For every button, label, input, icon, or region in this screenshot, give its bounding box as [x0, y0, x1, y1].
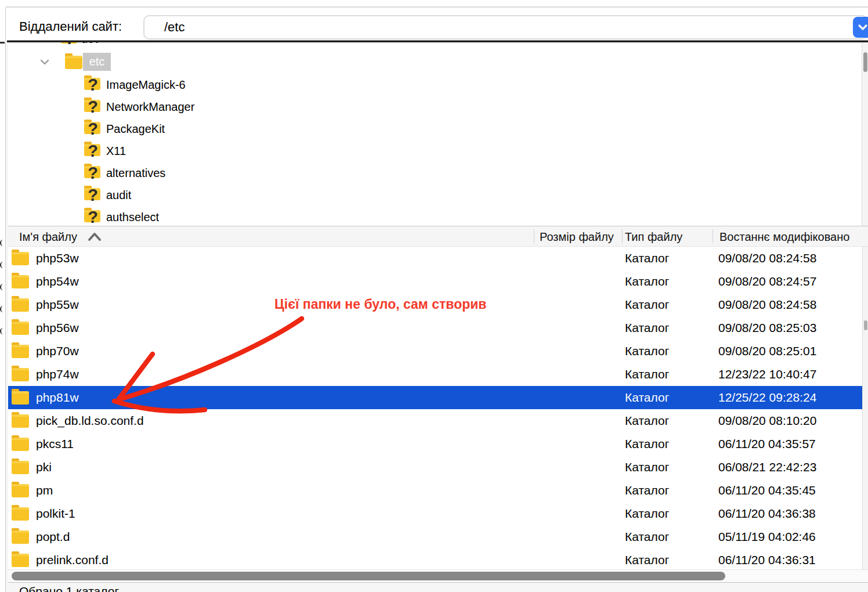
- cell-filetype: Каталог: [625, 507, 669, 521]
- cell-filetype: Каталог: [625, 344, 669, 358]
- list-scrollbar-thumb[interactable]: [864, 320, 867, 330]
- cell-modified: 09/08/20 08:10:20: [718, 414, 816, 428]
- cell-filetype: Каталог: [625, 460, 669, 474]
- folder-icon: [12, 438, 29, 451]
- file-rows: php53w Каталог 09/08/20 08:24:58 php54w …: [8, 247, 863, 569]
- tree-item[interactable]: ? alternatives: [8, 162, 862, 184]
- path-dropdown-button[interactable]: [853, 17, 868, 38]
- cell-filename: php53w: [36, 251, 79, 265]
- sort-ascending-icon[interactable]: [87, 232, 102, 245]
- cell-filename: php56w: [36, 321, 79, 335]
- cell-filename: pkcs11: [36, 437, 74, 451]
- cell-modified: 05/11/19 04:02:46: [718, 530, 816, 544]
- cell-filename: polkit-1: [36, 507, 75, 521]
- folder-icon: [12, 554, 29, 567]
- tree-children: ? ImageMagick-6 ? NetworkManager ? Packa…: [8, 74, 862, 226]
- tree-item-etc[interactable]: etc: [8, 50, 862, 74]
- folder-icon: [12, 275, 29, 288]
- table-row[interactable]: php70w Каталог 09/08/20 08:25:01: [8, 340, 863, 363]
- table-row[interactable]: php53w Каталог 09/08/20 08:24:58: [8, 247, 863, 270]
- file-list-header: Ім'я файлу Розмір файлу Тип файлу Востан…: [8, 226, 868, 247]
- cell-filetype: Каталог: [625, 437, 669, 451]
- cell-modified: 09/08/20 08:25:03: [718, 321, 816, 335]
- tree-item-label: X11: [106, 145, 126, 158]
- tree-item[interactable]: ? authselect: [8, 206, 862, 226]
- tree-item[interactable]: ? X11: [8, 140, 862, 162]
- status-bar: Обрано 1 каталог: [8, 582, 868, 592]
- cell-filename: php54w: [36, 275, 79, 288]
- cell-filetype: Каталог: [625, 367, 669, 381]
- cell-modified: 12/23/22 10:40:47: [718, 367, 816, 381]
- table-row[interactable]: prelink.conf.d Каталог 06/11/20 04:36:31: [8, 548, 863, 569]
- table-row[interactable]: php81w Каталог 12/25/22 09:28:24: [8, 386, 863, 409]
- cell-filetype: Каталог: [625, 553, 669, 567]
- folder-icon: [12, 391, 29, 405]
- tree-item[interactable]: ? audit: [8, 184, 862, 206]
- cell-modified: 09/08/20 08:25:01: [718, 344, 816, 358]
- table-row[interactable]: pm Каталог 06/11/20 04:35:45: [8, 479, 863, 502]
- chevron-down-icon[interactable]: [39, 58, 50, 68]
- unknown-folder-icon: ?: [61, 42, 78, 47]
- left-pane-clipped-glyph: [0, 262, 4, 268]
- cell-modified: 06/11/20 04:35:45: [718, 483, 816, 497]
- cell-modified: 06/11/20 04:36:31: [718, 553, 816, 567]
- cell-filename: popt.d: [36, 530, 70, 544]
- folder-icon: [12, 530, 29, 544]
- cell-filename: php55w: [36, 298, 79, 312]
- tree-item[interactable]: ? ImageMagick-6: [8, 74, 862, 96]
- tree-item-label-selected: etc: [83, 53, 111, 71]
- table-row[interactable]: pkcs11 Каталог 06/11/20 04:35:57: [8, 432, 863, 456]
- unknown-folder-icon: ?: [84, 142, 102, 160]
- remote-pane: Віддалений сайт: ? dev etc: [0, 0, 868, 592]
- chevron-down-icon: [857, 23, 868, 32]
- cell-filetype: Каталог: [625, 530, 669, 544]
- file-list: php53w Каталог 09/08/20 08:24:58 php54w …: [8, 247, 868, 569]
- column-header-type[interactable]: Тип файлу: [625, 230, 682, 244]
- cell-filetype: Каталог: [625, 483, 669, 497]
- cell-filename: php81w: [36, 391, 79, 405]
- toolbar-divider: [6, 6, 868, 8]
- folder-icon: [12, 322, 29, 335]
- status-text: Обрано 1 каталог: [19, 584, 119, 592]
- tree-item-label: alternatives: [106, 167, 165, 180]
- tree-item[interactable]: ? PackageKit: [8, 118, 862, 140]
- tree-item[interactable]: ? NetworkManager: [8, 96, 862, 118]
- column-header-name[interactable]: Ім'я файлу: [19, 230, 77, 244]
- cell-filetype: Каталог: [625, 298, 669, 312]
- table-row[interactable]: polkit-1 Каталог 06/11/20 04:36:38: [8, 502, 863, 525]
- unknown-folder-icon: ?: [84, 186, 102, 204]
- tree-scrollbar-thumb[interactable]: [863, 52, 867, 72]
- left-pane-clipped-glyph: [0, 240, 4, 246]
- column-header-modified[interactable]: Востаннє модифіковано: [719, 230, 868, 244]
- unknown-folder-icon: ?: [84, 76, 102, 93]
- folder-icon: [12, 368, 29, 381]
- column-separator[interactable]: [713, 229, 713, 243]
- table-row[interactable]: pick_db.ld.so.conf.d Каталог 09/08/20 08…: [8, 409, 863, 432]
- column-header-size[interactable]: Розмір файлу: [540, 230, 621, 244]
- cell-filetype: Каталог: [625, 321, 669, 335]
- folder-icon: [12, 252, 29, 265]
- column-separator[interactable]: [534, 229, 534, 243]
- table-row[interactable]: php56w Каталог 09/08/20 08:25:03: [8, 316, 863, 340]
- cell-filetype: Каталог: [625, 391, 669, 405]
- cell-filename: pick_db.ld.so.conf.d: [36, 414, 144, 428]
- table-row[interactable]: php74w Каталог 12/23/22 10:40:47: [8, 363, 863, 386]
- horizontal-scrollbar-track: [8, 569, 868, 583]
- table-row[interactable]: pki Каталог 06/08/21 22:42:23: [8, 456, 863, 479]
- table-row[interactable]: php54w Каталог 09/08/20 08:24:57: [8, 270, 863, 293]
- column-separator[interactable]: [622, 229, 623, 243]
- tree-item-label: dev: [81, 42, 100, 46]
- cell-filetype: Каталог: [625, 414, 669, 428]
- cell-modified: 12/25/22 09:28:24: [718, 391, 816, 405]
- folder-icon: [12, 345, 29, 358]
- horizontal-scrollbar-thumb[interactable]: [12, 572, 725, 580]
- tree-item-label: authselect: [106, 211, 159, 224]
- tree-item-label: NetworkManager: [106, 100, 194, 114]
- unknown-folder-icon: ?: [84, 98, 102, 115]
- list-scrollbar-track: [862, 247, 868, 569]
- table-row[interactable]: popt.d Каталог 05/11/19 04:02:46: [8, 525, 863, 548]
- remote-path-input[interactable]: [143, 15, 868, 39]
- annotation-text: Цієї папки не було, сам створив: [274, 297, 487, 312]
- cell-filename: php74w: [36, 367, 79, 381]
- unknown-folder-icon: ?: [84, 164, 102, 182]
